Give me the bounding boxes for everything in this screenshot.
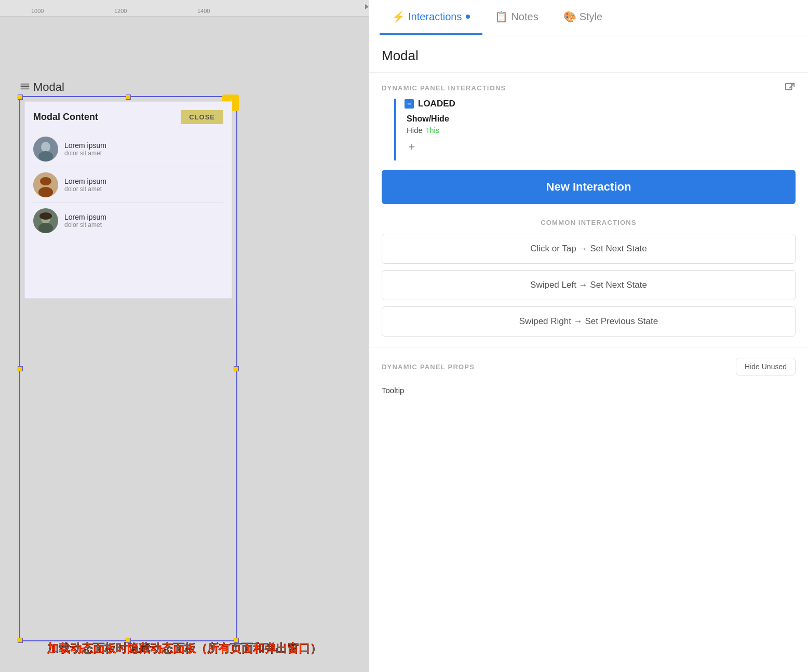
dpi-label: DYNAMIC PANEL INTERACTIONS <box>382 84 506 92</box>
section-divider <box>369 347 808 347</box>
loaded-header: − LOADED <box>405 99 796 109</box>
svg-point-9 <box>40 177 51 185</box>
tab-style-label: Style <box>580 11 602 23</box>
bottom-caption: 加载动态面板时隐藏动态面板（所有页面和弹出窗口） <box>0 641 369 656</box>
item-subtitle-1: dolor sit amet <box>64 150 106 157</box>
ruler-tick-1400: 1400 <box>197 8 210 14</box>
item-text-1: Lorem ipsum dolor sit amet <box>64 141 106 157</box>
svg-point-5 <box>38 151 53 162</box>
avatar-1 <box>33 137 58 162</box>
modal-header: Modal Content CLOSE <box>33 110 223 124</box>
ruler-tick-1000: 1000 <box>31 8 44 14</box>
action-detail: Hide This <box>407 126 796 135</box>
common-interactions-section: COMMON INTERACTIONS Click or Tap → Set N… <box>369 213 808 337</box>
tab-interactions[interactable]: ⚡ Interactions <box>380 0 482 35</box>
list-item: Lorem ipsum dolor sit amet <box>33 203 223 238</box>
tab-interactions-label: Interactions <box>408 11 462 23</box>
svg-rect-0 <box>21 86 30 87</box>
handle-tc[interactable] <box>126 95 131 100</box>
click-tap-button[interactable]: Click or Tap → Set Next State <box>382 234 796 264</box>
handle-tl[interactable] <box>18 95 23 100</box>
ruler: 1000 1200 1400 <box>0 0 369 17</box>
avatar-3 <box>33 208 58 233</box>
canvas-modal-label: Modal <box>33 80 64 94</box>
item-text-3: Lorem ipsum dolor sit amet <box>64 213 106 229</box>
svg-point-4 <box>41 142 50 152</box>
svg-rect-2 <box>21 88 30 89</box>
hide-unused-button[interactable]: Hide Unused <box>736 358 796 375</box>
svg-point-8 <box>38 187 53 197</box>
new-interaction-button[interactable]: New Interaction <box>382 170 796 204</box>
props-label: DYNAMIC PANEL PROPS <box>382 363 475 371</box>
list-item: Lorem ipsum dolor sit amet <box>33 131 223 167</box>
swiped-right-button[interactable]: Swiped Right → Set Previous State <box>382 306 796 337</box>
dpi-section-header: DYNAMIC PANEL INTERACTIONS <box>369 73 808 99</box>
item-title-3: Lorem ipsum <box>64 213 106 221</box>
add-action-button[interactable]: + <box>405 140 419 154</box>
collapse-button[interactable]: − <box>405 99 414 109</box>
tab-notes-label: Notes <box>511 11 538 23</box>
tab-bar: ⚡ Interactions 📋 Notes 🎨 Style <box>369 0 808 35</box>
svg-point-12 <box>38 223 53 233</box>
handle-ml[interactable] <box>18 366 23 371</box>
loaded-title: LOADED <box>418 99 455 109</box>
notes-tab-icon: 📋 <box>495 10 508 23</box>
item-text-2: Lorem ipsum dolor sit amet <box>64 177 106 193</box>
action-row: Show/Hide Hide This <box>407 114 796 135</box>
hide-text: Hide <box>407 126 423 135</box>
tooltip-prop: Tooltip <box>382 383 796 398</box>
external-link-icon[interactable] <box>784 82 796 93</box>
lightning-tab-icon: ⚡ <box>392 10 405 23</box>
right-panel: ⚡ Interactions 📋 Notes 🎨 Style Modal DYN… <box>369 0 808 672</box>
list-item: Lorem ipsum dolor sit amet <box>33 167 223 203</box>
modal-content-box: Modal Content CLOSE Lorem ipsum dolor si… <box>24 101 232 299</box>
canvas-area: 1000 1200 1400 Modal ⚡ Modal Content CLO… <box>0 0 369 672</box>
action-title: Show/Hide <box>407 114 796 124</box>
item-title-2: Lorem ipsum <box>64 177 106 185</box>
interactions-dot <box>466 15 470 19</box>
props-section: DYNAMIC PANEL PROPS Hide Unused Tooltip <box>369 358 808 408</box>
modal-content-title: Modal Content <box>33 112 98 123</box>
svg-rect-1 <box>21 84 30 85</box>
loaded-block: − LOADED Show/Hide Hide This + <box>394 99 796 160</box>
style-tab-icon: 🎨 <box>563 10 576 23</box>
stack-icon <box>20 82 30 92</box>
this-target: This <box>425 126 439 135</box>
item-title-1: Lorem ipsum <box>64 141 106 150</box>
swiped-left-button[interactable]: Swiped Left → Set Next State <box>382 270 796 300</box>
panel-body: Modal DYNAMIC PANEL INTERACTIONS − LOADE… <box>369 35 808 672</box>
tab-style[interactable]: 🎨 Style <box>551 0 615 35</box>
tab-notes[interactable]: 📋 Notes <box>482 0 550 35</box>
item-subtitle-3: dolor sit amet <box>64 221 106 229</box>
ruler-tick-1200: 1200 <box>114 8 127 14</box>
svg-point-13 <box>39 212 52 220</box>
item-subtitle-2: dolor sit amet <box>64 185 106 193</box>
ruler-arrow <box>365 4 369 9</box>
props-header: DYNAMIC PANEL PROPS Hide Unused <box>382 358 796 375</box>
common-interactions-label: COMMON INTERACTIONS <box>382 219 796 226</box>
close-button[interactable]: CLOSE <box>181 110 223 124</box>
avatar-2 <box>33 172 58 197</box>
canvas-element-label: Modal <box>20 80 64 94</box>
handle-mr[interactable] <box>234 366 239 371</box>
element-name-section: Modal <box>369 35 808 73</box>
